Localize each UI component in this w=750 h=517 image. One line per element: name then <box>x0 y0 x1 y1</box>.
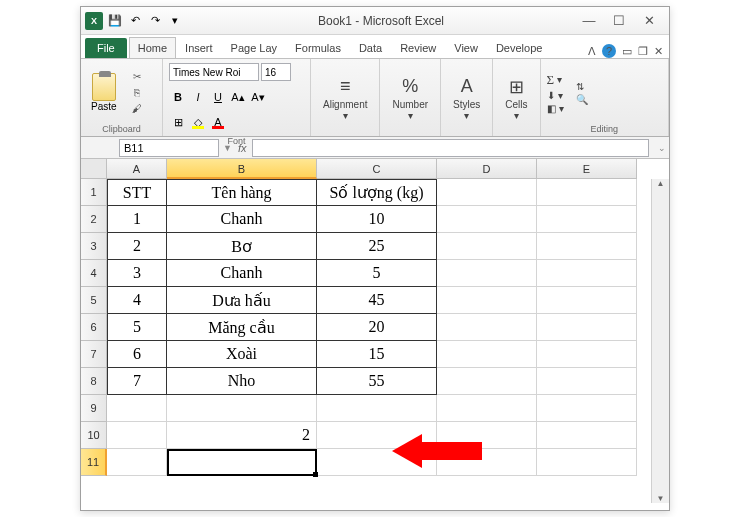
underline-button[interactable]: U <box>209 88 227 106</box>
font-size-select[interactable] <box>261 63 291 81</box>
cell[interactable] <box>537 395 637 422</box>
tab-page-layout[interactable]: Page Lay <box>222 37 286 58</box>
cell[interactable]: Dưa hấu <box>167 287 317 314</box>
undo-icon[interactable]: ↶ <box>127 13 143 29</box>
cell[interactable]: 45 <box>317 287 437 314</box>
tab-file[interactable]: File <box>85 38 127 58</box>
cell[interactable] <box>537 449 637 476</box>
row-header[interactable]: 10 <box>81 422 107 449</box>
fill-color-icon[interactable]: ◇ <box>189 113 207 131</box>
cell[interactable]: Xoài <box>167 341 317 368</box>
close-button[interactable]: ✕ <box>639 13 659 28</box>
cell[interactable] <box>317 449 437 476</box>
row-header[interactable]: 8 <box>81 368 107 395</box>
vertical-scrollbar[interactable] <box>651 179 669 503</box>
row-header[interactable]: 3 <box>81 233 107 260</box>
tab-review[interactable]: Review <box>391 37 445 58</box>
expand-formula-bar-icon[interactable]: ⌄ <box>655 143 669 153</box>
col-header-d[interactable]: D <box>437 159 537 179</box>
qat-more-icon[interactable]: ▾ <box>167 13 183 29</box>
maximize-button[interactable]: ☐ <box>609 13 629 28</box>
cell[interactable]: 1 <box>107 206 167 233</box>
col-header-b[interactable]: B <box>167 159 317 179</box>
shrink-font-icon[interactable]: A▾ <box>249 88 267 106</box>
cell[interactable] <box>437 260 537 287</box>
tab-home[interactable]: Home <box>129 37 176 58</box>
row-header[interactable]: 11 <box>81 449 107 476</box>
col-header-c[interactable]: C <box>317 159 437 179</box>
tab-formulas[interactable]: Formulas <box>286 37 350 58</box>
cell[interactable]: 2 <box>107 233 167 260</box>
row-header[interactable]: 9 <box>81 395 107 422</box>
cell[interactable] <box>437 233 537 260</box>
window-min-icon[interactable]: ▭ <box>622 45 632 58</box>
tab-developer[interactable]: Develope <box>487 37 551 58</box>
cell[interactable]: STT <box>107 179 167 206</box>
cells-button[interactable]: ⊞Cells▾ <box>499 73 533 123</box>
name-box[interactable] <box>119 139 219 157</box>
cell[interactable]: Tên hàng <box>167 179 317 206</box>
sort-filter-button[interactable]: ⇅ <box>576 81 588 92</box>
cell[interactable] <box>437 422 537 449</box>
borders-icon[interactable]: ⊞ <box>169 113 187 131</box>
bold-button[interactable]: B <box>169 88 187 106</box>
cell[interactable]: Chanh <box>167 260 317 287</box>
cell[interactable] <box>167 395 317 422</box>
row-header[interactable]: 2 <box>81 206 107 233</box>
save-icon[interactable]: 💾 <box>107 13 123 29</box>
autosum-button[interactable]: Σ▾ <box>547 72 564 88</box>
col-header-e[interactable]: E <box>537 159 637 179</box>
cell[interactable]: 4 <box>107 287 167 314</box>
number-button[interactable]: %Number▾ <box>386 73 434 123</box>
cell[interactable]: 3 <box>107 260 167 287</box>
cell[interactable] <box>537 206 637 233</box>
help-icon[interactable]: ? <box>602 44 616 58</box>
format-painter-icon[interactable]: 🖌 <box>129 102 145 116</box>
cell[interactable] <box>437 314 537 341</box>
cell[interactable] <box>107 422 167 449</box>
alignment-button[interactable]: ≡Alignment▾ <box>317 73 373 123</box>
namebox-dropdown-icon[interactable]: ▼ <box>223 143 232 153</box>
tab-view[interactable]: View <box>445 37 487 58</box>
cell[interactable] <box>437 395 537 422</box>
cell[interactable]: 10 <box>317 206 437 233</box>
cell[interactable]: Măng cầu <box>167 314 317 341</box>
cell[interactable] <box>537 368 637 395</box>
redo-icon[interactable]: ↷ <box>147 13 163 29</box>
cell[interactable] <box>537 233 637 260</box>
styles-button[interactable]: AStyles▾ <box>447 73 486 123</box>
cell[interactable] <box>437 368 537 395</box>
fill-button[interactable]: ⬇▾ <box>547 90 564 101</box>
row-header[interactable]: 5 <box>81 287 107 314</box>
cell[interactable]: 55 <box>317 368 437 395</box>
select-all-button[interactable] <box>81 159 107 179</box>
minimize-ribbon-icon[interactable]: ᐱ <box>588 45 596 58</box>
tab-insert[interactable]: Insert <box>176 37 222 58</box>
tab-data[interactable]: Data <box>350 37 391 58</box>
cell[interactable] <box>107 449 167 476</box>
fx-icon[interactable]: fx <box>232 142 253 154</box>
cell[interactable]: Chanh <box>167 206 317 233</box>
cell[interactable]: 25 <box>317 233 437 260</box>
cell[interactable] <box>107 395 167 422</box>
cell[interactable]: 7 <box>107 368 167 395</box>
cell[interactable] <box>437 287 537 314</box>
row-header[interactable]: 7 <box>81 341 107 368</box>
formula-bar[interactable] <box>252 139 649 157</box>
cell[interactable]: Số lượng (kg) <box>317 179 437 206</box>
cut-icon[interactable]: ✂ <box>129 70 145 84</box>
cell[interactable]: 20 <box>317 314 437 341</box>
cell[interactable]: 6 <box>107 341 167 368</box>
cell[interactable]: Bơ <box>167 233 317 260</box>
cell[interactable]: 2 <box>167 422 317 449</box>
italic-button[interactable]: I <box>189 88 207 106</box>
cells-area[interactable]: STT Tên hàng Số lượng (kg) 1 Chanh 10 2 … <box>107 179 651 503</box>
cell[interactable] <box>537 287 637 314</box>
clear-button[interactable]: ◧▾ <box>547 103 564 114</box>
row-header[interactable]: 1 <box>81 179 107 206</box>
copy-icon[interactable]: ⎘ <box>129 86 145 100</box>
window-restore-icon[interactable]: ❐ <box>638 45 648 58</box>
cell[interactable] <box>317 395 437 422</box>
cell[interactable] <box>537 260 637 287</box>
cell[interactable] <box>537 341 637 368</box>
